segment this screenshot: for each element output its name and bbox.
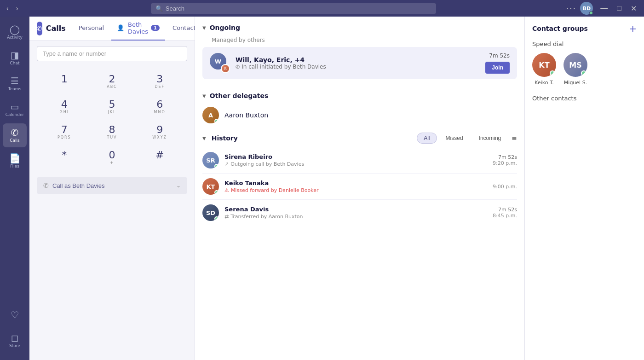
back-button[interactable]: ‹ [4, 3, 12, 14]
history-chevron-icon[interactable]: ▼ [202, 136, 206, 141]
filter-options-icon[interactable]: ≡ [512, 134, 517, 142]
ongoing-call-card: W K Will, Kayo, Eric, +4 ✆ In call initi… [202, 47, 517, 79]
sidebar-item-calendar[interactable]: ▭ Calender [3, 98, 27, 122]
filter-incoming-button[interactable]: Incoming [472, 133, 508, 144]
numpad: 1 2 ABC 3 DEF 4 GHI 5 JKL [29, 65, 195, 174]
history-info-keiko: Keiko Tanaka ⚠ Missed forward by Daniell… [224, 180, 487, 193]
sidebar-item-teams[interactable]: ☰ Teams [3, 72, 27, 96]
more-button[interactable]: ··· [566, 4, 576, 13]
delegates-title: Other delegates [210, 92, 269, 99]
keiko-status-dot [214, 190, 219, 195]
user-avatar[interactable]: BD [580, 2, 593, 15]
history-sub-keiko: ⚠ Missed forward by Danielle Booker [224, 187, 487, 193]
tab-personal[interactable]: Personal [73, 17, 109, 41]
call-sub-text: In call initiated by Beth Davies [242, 64, 326, 70]
left-panel: ✆ Calls Personal 👤 Beth Davies 1 Contact… [29, 17, 195, 360]
titlebar-left: ‹ › [4, 3, 21, 14]
delegate-item-aaron: A Aaron Buxton [202, 103, 517, 127]
call-meta: 7m 52s Join [485, 52, 510, 74]
history-meta-sirena: 7m 52s 9:20 p.m. [493, 154, 517, 166]
sidebar-item-label-calls: Calls [10, 138, 20, 143]
search-input[interactable] [166, 5, 431, 12]
numpad-key-9[interactable]: 9 WXYZ [136, 119, 184, 145]
ongoing-title: Ongoing [210, 24, 240, 31]
sidebar-item-calls[interactable]: ✆ Calls [3, 123, 27, 147]
numpad-key-1[interactable]: 1 [40, 69, 88, 94]
maximize-button[interactable]: □ [613, 3, 625, 14]
call-button-left: ✆ Call as Beth Davies [43, 182, 104, 189]
numpad-key-2[interactable]: 2 ABC [88, 69, 136, 94]
miguel-speed-dial-status [581, 70, 586, 76]
calls-phone-icon: ✆ [37, 25, 42, 32]
call-sub-info: ✆ In call initiated by Beth Davies [236, 64, 480, 70]
add-contact-group-button[interactable]: + [629, 24, 637, 33]
sidebar-item-notifications[interactable]: ♡ [3, 303, 27, 327]
titlebar-right: ··· BD — □ ✕ [566, 2, 640, 15]
sidebar-item-activity[interactable]: ◯ Activity [3, 20, 27, 44]
history-name-keiko: Keiko Tanaka [224, 180, 487, 186]
call-as-button[interactable]: ✆ Call as Beth Davies ⌄ [37, 177, 187, 194]
numpad-key-3[interactable]: 3 DEF [136, 69, 184, 94]
filter-all-button[interactable]: All [417, 133, 437, 144]
history-header: ▼ History All Missed Incoming ≡ [202, 127, 517, 147]
contact-groups-title: Contact groups [532, 25, 588, 32]
join-button[interactable]: Join [485, 62, 510, 74]
window-controls: — □ ✕ [597, 3, 640, 14]
sidebar-item-label-teams: Teams [8, 87, 21, 91]
search-bar[interactable]: 🔍 [151, 3, 436, 14]
close-button[interactable]: ✕ [627, 3, 640, 14]
numpad-key-4[interactable]: 4 GHI [40, 94, 88, 119]
sidebar-item-store[interactable]: ◻ Store [3, 329, 27, 353]
call-info: Will, Kayo, Eric, +4 ✆ In call initiated… [236, 56, 480, 70]
notifications-icon: ♡ [11, 310, 19, 319]
delegates-section-header: ▼ Other delegates [202, 85, 517, 103]
history-info-serena: Serena Davis ⇄ Transferred by Aaron Buxt… [224, 206, 487, 220]
history-sub-serena: ⇄ Transferred by Aaron Buxton [224, 214, 487, 220]
ongoing-chevron-icon[interactable]: ▼ [202, 25, 206, 30]
tab-beth-davies[interactable]: 👤 Beth Davies 1 [111, 17, 165, 41]
forward-button[interactable]: › [13, 3, 21, 14]
chat-icon: ◨ [11, 51, 19, 60]
calls-icon: ✆ [11, 128, 19, 137]
sidebar-item-label-chat: Chat [10, 61, 19, 65]
sidebar: ◯ Activity ◨ Chat ☰ Teams ▭ Calender ✆ C… [0, 17, 29, 360]
sidebar-item-chat[interactable]: ◨ Chat [3, 46, 27, 70]
delegates-chevron-icon[interactable]: ▼ [202, 93, 206, 99]
numpad-key-5[interactable]: 5 JKL [88, 94, 136, 119]
history-sub-sirena: ↗ Outgoing call by Beth Davies [224, 161, 487, 167]
minimize-button[interactable]: — [597, 3, 611, 14]
missed-icon: ⚠ [224, 187, 229, 193]
history-avatar-keiko: KT [202, 178, 219, 195]
other-contacts-title: Other contacts [532, 95, 637, 102]
call-button-label: Call as Beth Davies [52, 182, 104, 189]
numpad-key-7[interactable]: 7 PQRS [40, 119, 88, 145]
history-duration-serena: 7m 52s [493, 207, 517, 213]
history-title: History [212, 134, 414, 142]
numpad-key-0[interactable]: 0 + [88, 145, 136, 170]
speed-dial-item-keiko[interactable]: KT Keiko T. [532, 53, 556, 86]
numpad-key-hash[interactable]: # [136, 145, 184, 170]
content-area: ✆ Calls Personal 👤 Beth Davies 1 Contact… [29, 17, 644, 360]
beth-badge: 1 [151, 25, 160, 31]
speed-dial-name-miguel: Miguel S. [564, 80, 587, 86]
history-time-serena: 8:45 p.m. [493, 213, 517, 219]
history-sub-text-sirena: Outgoing call by Beth Davies [230, 161, 304, 167]
history-duration-sirena: 7m 52s [493, 154, 517, 160]
sidebar-item-label-store: Store [9, 343, 20, 348]
speed-dial-item-miguel[interactable]: MS Miguel S. [564, 53, 587, 86]
history-time-sirena: 9:20 p.m. [493, 160, 517, 166]
numpad-key-star[interactable]: * [40, 145, 88, 170]
managed-by-label: Managed by others [202, 35, 517, 47]
transferred-icon: ⇄ [224, 214, 229, 220]
beth-avatar-small: 👤 [117, 24, 124, 31]
phone-icon: ✆ [43, 182, 49, 189]
filter-missed-button[interactable]: Missed [439, 133, 470, 144]
titlebar-nav: ‹ › [4, 3, 21, 14]
sidebar-item-files[interactable]: 📄 Files [3, 149, 27, 173]
history-sub-text-serena: Transferred by Aaron Buxton [230, 214, 303, 220]
history-avatar-serena: SD [202, 204, 219, 221]
numpad-key-6[interactable]: 6 MNO [136, 94, 184, 119]
dialer-input[interactable] [37, 46, 187, 61]
speed-dial-title: Speed dial [532, 41, 637, 47]
numpad-key-8[interactable]: 8 TUV [88, 119, 136, 145]
